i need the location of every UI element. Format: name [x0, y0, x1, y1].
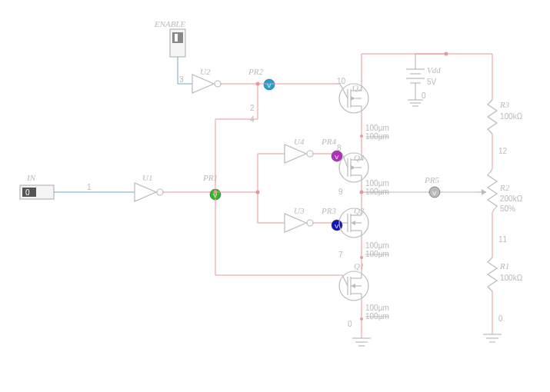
potentiometer-r2[interactable]: R2 200kΩ 50%: [477, 169, 523, 213]
node-2: 2: [250, 104, 255, 112]
svg-text:Vdd: Vdd: [427, 65, 441, 75]
enable-switch[interactable]: ENABLE: [154, 19, 186, 57]
ground-icon: [483, 334, 502, 342]
svg-text:100µm: 100µm: [365, 312, 389, 321]
probe-pr2-label: PR2: [248, 67, 263, 76]
svg-point-18: [307, 151, 313, 157]
svg-point-12: [215, 81, 221, 87]
inverter-u1: U1: [135, 173, 163, 201]
inverter-u4: U4: [285, 137, 313, 163]
svg-text:ENABLE: ENABLE: [154, 19, 186, 28]
mosfet-q2: Q2: [339, 83, 368, 114]
node-9: 9: [338, 188, 343, 196]
node-4: 4: [250, 115, 255, 124]
svg-rect-3: [175, 34, 178, 42]
svg-text:V: V: [335, 223, 339, 230]
svg-text:V: V: [267, 82, 272, 89]
svg-text:U2: U2: [200, 67, 211, 76]
mosfet-q1: Q1: [339, 261, 368, 301]
resistor-r3: R3 100kΩ: [488, 100, 523, 134]
vdd-source: Vdd 5V 0: [406, 54, 441, 100]
svg-text:50%: 50%: [500, 204, 515, 213]
svg-text:0: 0: [25, 188, 30, 197]
node-11: 11: [498, 235, 508, 244]
svg-text:V: V: [335, 154, 339, 161]
svg-line-65: [342, 275, 348, 286]
svg-text:100µm: 100µm: [365, 132, 389, 141]
svg-point-45: [360, 135, 363, 138]
node-1: 1: [87, 183, 92, 191]
probe-pr5-label: PR5: [424, 175, 439, 184]
probe-pr4-label: PR4: [321, 137, 336, 146]
svg-text:0: 0: [422, 91, 426, 100]
svg-text:100µm: 100µm: [365, 250, 389, 258]
svg-text:U1: U1: [142, 173, 152, 182]
node-10: 10: [337, 77, 346, 85]
svg-text:100kΩ: 100kΩ: [500, 274, 523, 282]
svg-text:Q1: Q1: [354, 261, 364, 271]
svg-point-16: [256, 191, 260, 194]
svg-text:100µm: 100µm: [365, 241, 389, 250]
svg-point-21: [307, 220, 313, 226]
svg-text:R1: R1: [499, 261, 509, 271]
svg-text:Q3: Q3: [354, 206, 365, 215]
mosfet-q4: Q4: [339, 152, 368, 183]
svg-point-9: [157, 189, 163, 195]
svg-text:100µm: 100µm: [365, 304, 389, 312]
mosfet-q3: Q3: [339, 206, 368, 238]
svg-text:100kΩ: 100kΩ: [500, 112, 523, 121]
svg-text:V: V: [432, 190, 437, 197]
svg-text:200kΩ: 200kΩ: [500, 194, 523, 203]
inverter-u3: U3: [285, 206, 313, 232]
svg-text:U3: U3: [294, 206, 305, 215]
svg-text:100µm: 100µm: [365, 124, 389, 132]
svg-text:100µm: 100µm: [365, 179, 389, 188]
probe-pr3-label: PR3: [321, 206, 336, 215]
svg-text:R2: R2: [499, 183, 510, 192]
inverter-u2: U2: [192, 67, 221, 93]
in-switch[interactable]: IN 0: [20, 173, 54, 199]
node-0a: 0: [348, 320, 352, 328]
node-8: 8: [337, 144, 342, 152]
node-0c: 0: [498, 314, 503, 323]
ground-icon: [352, 338, 371, 346]
svg-text:IN: IN: [26, 173, 36, 182]
node-3: 3: [179, 75, 184, 84]
node-12: 12: [498, 147, 508, 155]
svg-text:5V: 5V: [427, 78, 437, 86]
ground-icon: [408, 96, 423, 106]
node-7: 7: [338, 251, 343, 259]
resistor-r1: R1 100kΩ: [488, 257, 523, 291]
svg-point-75: [360, 317, 363, 321]
svg-text:R3: R3: [499, 100, 510, 109]
circuit-schematic: ENABLE 3 IN 0 1 U1 PR1 V U2 PR2 V 2 4: [0, 0, 550, 392]
svg-text:U4: U4: [294, 137, 305, 146]
